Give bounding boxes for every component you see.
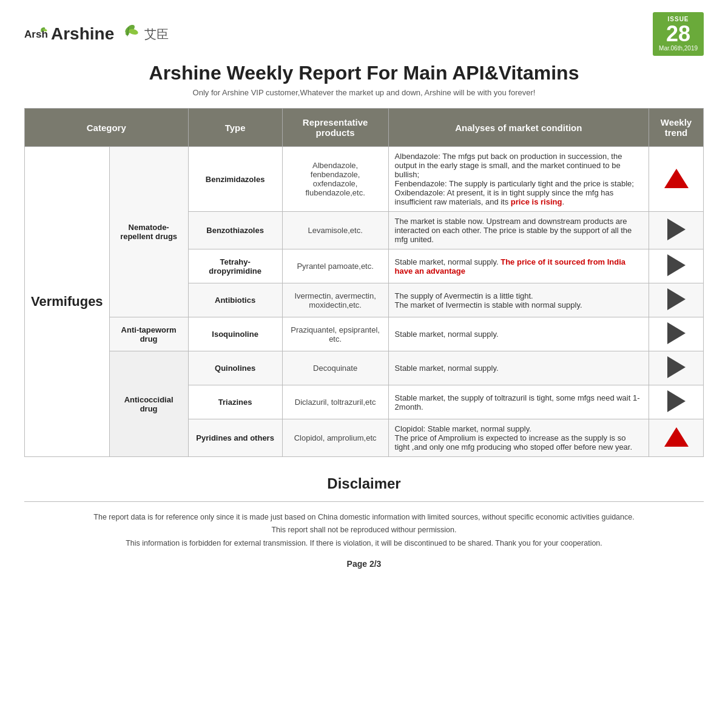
table-row: Anti-tapeworm drug Isoquinoline Praziqua… — [25, 317, 704, 351]
red-text-tetrahydropyrimidine: The price of it sourced from India have … — [395, 257, 626, 276]
disclaimer-section: Disclaimer The report data is for refere… — [24, 475, 704, 550]
header-analysis: Analyses of market condition — [388, 109, 649, 147]
rep-pyridines: Clopidol, amprolium,etc — [282, 419, 388, 457]
analysis-quinolines: Stable market, normal supply. — [388, 351, 649, 385]
analysis-triazines: Stable market, the supply of toltrazuril… — [388, 385, 649, 419]
subcategory-nematode: Nematode-repellent drugs — [109, 147, 188, 317]
trend-benzimidazoles — [649, 147, 704, 212]
rep-tetrahydropyrimidine: Pyrantel pamoate,etc. — [282, 249, 388, 283]
logo: Arshine Arshine 艾臣 — [24, 22, 169, 46]
header-type: Type — [188, 109, 282, 147]
issue-badge: ISSUE 28 Mar.06th,2019 — [653, 12, 704, 56]
trend-triazines — [649, 385, 704, 419]
rep-benzothiazoles: Levamisole,etc. — [282, 212, 388, 249]
table-row: Vermifuges Nematode-repellent drugs Benz… — [25, 147, 704, 212]
logo-text: Arshine — [51, 24, 114, 44]
subcategory-anticoccidial: Anticoccidial drug — [109, 351, 188, 457]
rep-quinolines: Decoquinate — [282, 351, 388, 385]
analysis-isoquinoline: Stable market, normal supply. — [388, 317, 649, 351]
trend-tetrahydropyrimidine — [649, 249, 704, 283]
issue-number: 28 — [659, 23, 698, 45]
logo-chinese: 艾臣 — [144, 26, 169, 42]
disclaimer-line-1: The report data is for reference only si… — [24, 511, 704, 524]
type-triazines: Triazines — [188, 385, 282, 419]
trend-quinolines — [649, 351, 704, 385]
type-pyridines: Pyridines and others — [188, 419, 282, 457]
header-rep-products: Representative products — [282, 109, 388, 147]
subcategory-antitapeworm: Anti-tapeworm drug — [109, 317, 188, 351]
rep-benzimidazoles: Albendazole, fenbendazole, oxfendazole, … — [282, 147, 388, 212]
right-arrow-icon — [667, 218, 686, 240]
type-benzothiazoles: Benzothiazoles — [188, 212, 282, 249]
rep-antibiotics: Ivermectin, avermectin, moxidectin,etc. — [282, 283, 388, 317]
table-row: Anticoccidial drug Quinolines Decoquinat… — [25, 351, 704, 385]
right-arrow-icon — [667, 390, 686, 412]
disclaimer-line-2: This report shall not be reproduced with… — [24, 524, 704, 537]
trend-pyridines — [649, 419, 704, 457]
type-antibiotics: Antibiotics — [188, 283, 282, 317]
red-text-benzimidazoles: price is rising — [511, 197, 562, 206]
category-vermifuges: Vermifuges — [25, 147, 110, 457]
disclaimer-title: Disclaimer — [24, 475, 704, 492]
disclaimer-line-3: This information is forbidden for extern… — [24, 537, 704, 550]
rep-isoquinoline: Praziquantel, epsiprantel, etc. — [282, 317, 388, 351]
header: Arshine Arshine 艾臣 ISSUE 28 Mar.06th,201… — [24, 12, 704, 56]
right-arrow-icon — [667, 356, 686, 378]
right-arrow-icon — [667, 322, 686, 344]
type-benzimidazoles: Benzimidazoles — [188, 147, 282, 212]
logo-leaf-icon — [118, 23, 140, 45]
issue-date: Mar.06th,2019 — [659, 45, 698, 52]
trend-isoquinoline — [649, 317, 704, 351]
rep-triazines: Diclazuril, toltrazuril,etc — [282, 385, 388, 419]
type-tetrahydropyrimidine: Tetrahy-dropyrimidine — [188, 249, 282, 283]
up-arrow-icon — [664, 427, 689, 447]
page-number: Page 2/3 — [24, 559, 704, 569]
right-arrow-icon — [667, 254, 686, 276]
right-arrow-icon — [667, 288, 686, 310]
analysis-antibiotics: The supply of Avermectin is a little tig… — [388, 283, 649, 317]
divider — [24, 501, 704, 502]
type-quinolines: Quinolines — [188, 351, 282, 385]
title-section: Arshine Weekly Report For Main API&Vitam… — [24, 62, 704, 97]
header-category: Category — [25, 109, 189, 147]
report-table: Category Type Representative products An… — [24, 108, 704, 457]
analysis-benzothiazoles: The market is stable now. Upstream and d… — [388, 212, 649, 249]
svg-point-3 — [41, 30, 42, 32]
logo-icon: Arshine — [24, 22, 47, 46]
header-trend: Weekly trend — [649, 109, 704, 147]
trend-benzothiazoles — [649, 212, 704, 249]
disclaimer-text: The report data is for reference only si… — [24, 511, 704, 550]
analysis-benzimidazoles: Albendazole: The mfgs put back on produc… — [388, 147, 649, 212]
subtitle: Only for Arshine VIP customer,Whatever t… — [24, 88, 704, 97]
up-arrow-icon — [664, 169, 689, 188]
analysis-tetrahydropyrimidine: Stable market, normal supply. The price … — [388, 249, 649, 283]
main-title: Arshine Weekly Report For Main API&Vitam… — [24, 62, 704, 84]
trend-antibiotics — [649, 283, 704, 317]
analysis-pyridines: Clopidol: Stable market, normal supply.T… — [388, 419, 649, 457]
type-isoquinoline: Isoquinoline — [188, 317, 282, 351]
